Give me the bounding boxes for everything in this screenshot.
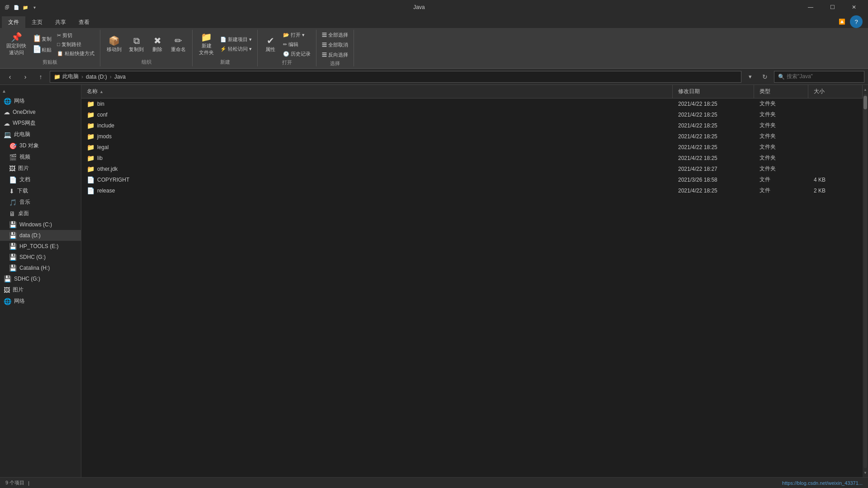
table-row[interactable]: 📁 conf 2021/4/22 18:25 文件夹 (81, 109, 863, 120)
sidebar-item-video[interactable]: 🎬 视频 (0, 151, 81, 163)
close-button[interactable]: ✕ (844, 0, 864, 14)
refresh-button[interactable]: ↻ (759, 70, 771, 83)
scroll-down-button[interactable]: ▼ (863, 469, 868, 476)
breadcrumb-data[interactable]: data (D:) (86, 74, 107, 80)
copy-to-button[interactable]: ⧉ 复制到 (126, 34, 146, 55)
sidebar-item-desktop[interactable]: 🖥 桌面 (0, 208, 81, 219)
sdhc-g2-icon: 💾 (4, 275, 11, 282)
folder-icon: 📁 (87, 144, 94, 151)
table-row[interactable]: 📁 legal 2021/4/22 18:25 文件夹 (81, 142, 863, 153)
dropdown-icon[interactable]: ▾ (31, 4, 38, 11)
file-size-legal (808, 142, 863, 152)
pin-label: 固定到快速访问 (6, 42, 26, 56)
open-button[interactable]: 📂 打开 ▾ (281, 31, 312, 39)
paste-button[interactable]: 📄 粘贴 (31, 45, 53, 55)
table-row[interactable]: 📁 lib 2021/4/22 18:25 文件夹 (81, 153, 863, 164)
edit-button[interactable]: ✏ 编辑 (281, 40, 312, 49)
sidebar-item-music[interactable]: 🎵 音乐 (0, 197, 81, 208)
sidebar-item-data-d[interactable]: 💾 data (D:) (0, 230, 81, 241)
col-header-date[interactable]: 修改日期 (673, 85, 754, 98)
video-icon: 🎬 (9, 154, 17, 161)
invert-selection-button[interactable]: ☰ 反向选择 (320, 51, 350, 59)
sidebar-item-pictures[interactable]: 🖼 图片 (0, 163, 81, 174)
breadcrumb-java[interactable]: Java (114, 74, 126, 80)
table-row[interactable]: 📁 jmods 2021/4/22 18:25 文件夹 (81, 131, 863, 142)
sidebar-pictures2-label: 图片 (13, 286, 24, 294)
app-icon-3: 📁 (22, 4, 29, 11)
paste-shortcut-button[interactable]: 📋 粘贴快捷方式 (55, 49, 96, 58)
tab-home[interactable]: 主页 (25, 16, 49, 28)
sidebar-sdhc-g-label: SDHC (G:) (19, 254, 46, 260)
address-dropdown-button[interactable]: ▾ (744, 71, 756, 83)
tab-view[interactable]: 查看 (72, 16, 96, 28)
ribbon-collapse-btn[interactable]: 🔼 (835, 15, 848, 28)
sidebar-item-sdhc-g2[interactable]: 💾 SDHC (G:) (0, 273, 81, 284)
table-row[interactable]: 📄 release 2021/4/22 18:25 文件 2 KB (81, 185, 863, 196)
rename-button[interactable]: ✏ 重命名 (168, 34, 189, 55)
app-icon-2: 📄 (13, 4, 20, 11)
file-type-otherjdk: 文件夹 (754, 164, 808, 174)
sidebar-item-catalina[interactable]: 💾 Catalina (H:) (0, 263, 81, 273)
folder-icon: 📁 (87, 111, 94, 118)
table-row[interactable]: 📁 other.jdk 2021/4/22 18:27 文件夹 (81, 164, 863, 174)
sidebar-item-sdhc-g[interactable]: 💾 SDHC (G:) (0, 252, 81, 263)
minimize-button[interactable]: — (800, 0, 821, 14)
sidebar-item-network[interactable]: 🌐 网络 (0, 95, 81, 107)
breadcrumb-sep-1: › (81, 74, 83, 80)
history-button[interactable]: 🕐 历史记录 (281, 50, 312, 58)
sidebar-item-pictures2[interactable]: 🖼 图片 (0, 284, 81, 296)
item-count: 9 个项目 (5, 479, 24, 486)
sidebar-scrollbar[interactable]: ▲ ▼ (863, 85, 868, 477)
copy-button[interactable]: 📋 复制 (31, 34, 53, 44)
sidebar-item-network2[interactable]: 🌐 网络 (0, 296, 81, 307)
delete-button[interactable]: ✖ 删除 (148, 34, 166, 55)
sidebar-item-documents[interactable]: 📄 文档 (0, 174, 81, 185)
tab-share[interactable]: 共享 (49, 16, 72, 28)
table-row[interactable]: 📁 bin 2021/4/22 18:25 文件夹 (81, 99, 863, 109)
search-box[interactable]: 🔍 搜索"Java" (774, 71, 864, 83)
properties-button[interactable]: ✔ 属性 (261, 34, 279, 55)
help-button[interactable]: ? (850, 15, 863, 28)
file-date-include: 2021/4/22 18:25 (673, 120, 754, 131)
data-d-icon: 💾 (9, 232, 17, 239)
scroll-up-button[interactable]: ▲ (863, 86, 868, 93)
file-type-include: 文件夹 (754, 120, 808, 131)
sidebar-item-onedrive[interactable]: ☁ OneDrive (0, 107, 81, 117)
col-header-name[interactable]: 名称 ▲ (81, 85, 673, 98)
cut-button[interactable]: ✂ 剪切 (55, 31, 96, 40)
copy-path-button[interactable]: □ 复制路径 (55, 40, 96, 49)
breadcrumb[interactable]: 📁 此电脑 › data (D:) › Java (50, 71, 741, 83)
breadcrumb-computer[interactable]: 此电脑 (62, 73, 79, 80)
tab-file[interactable]: 文件 (2, 16, 25, 28)
sidebar-item-windows-c[interactable]: 💾 Windows (C:) (0, 219, 81, 230)
copy-to-icon: ⧉ (133, 36, 140, 45)
new-item-button[interactable]: 📄 新建项目 ▾ (218, 35, 254, 44)
sidebar-item-wps[interactable]: ☁ WPS网盘 (0, 117, 81, 129)
file-date-legal: 2021/4/22 18:25 (673, 142, 754, 152)
sidebar-item-3d[interactable]: 🎯 3D 对象 (0, 140, 81, 151)
sidebar-item-hp-tools[interactable]: 💾 HP_TOOLS (E:) (0, 241, 81, 252)
easy-access-button[interactable]: ⚡ 轻松访问 ▾ (218, 45, 254, 53)
col-header-type[interactable]: 类型 (754, 85, 808, 98)
back-button[interactable]: ‹ (4, 70, 16, 83)
table-row[interactable]: 📁 include 2021/4/22 18:25 文件夹 (81, 120, 863, 131)
table-row[interactable]: 📄 COPYRIGHT 2021/3/26 18:58 文件 4 KB (81, 174, 863, 185)
sidebar-collapse-header[interactable]: ▲ (0, 87, 81, 95)
new-folder-button[interactable]: 📁 新建文件夹 (196, 31, 217, 58)
col-header-size[interactable]: 大小 (808, 85, 863, 98)
file-size-lib (808, 153, 863, 163)
deselect-all-button[interactable]: ☰ 全部取消 (320, 41, 350, 49)
file-date-otherjdk: 2021/4/22 18:27 (673, 164, 754, 174)
sidebar-item-downloads[interactable]: ⬇ 下载 (0, 185, 81, 197)
forward-button[interactable]: › (19, 70, 32, 83)
window-title: Java (41, 4, 797, 10)
scroll-thumb[interactable] (863, 96, 867, 109)
move-to-button[interactable]: 📦 移动到 (104, 34, 124, 55)
pin-to-quick-access-button[interactable]: 📌 固定到快速访问 (4, 31, 29, 58)
up-button[interactable]: ↑ (34, 70, 47, 83)
file-icon: 📄 (87, 176, 94, 183)
select-all-button[interactable]: ☰ 全部选择 (320, 31, 350, 39)
sidebar-thispc-label: 此电脑 (14, 131, 30, 138)
maximize-button[interactable]: ☐ (822, 0, 843, 14)
sidebar-item-thispc[interactable]: 💻 此电脑 (0, 129, 81, 140)
